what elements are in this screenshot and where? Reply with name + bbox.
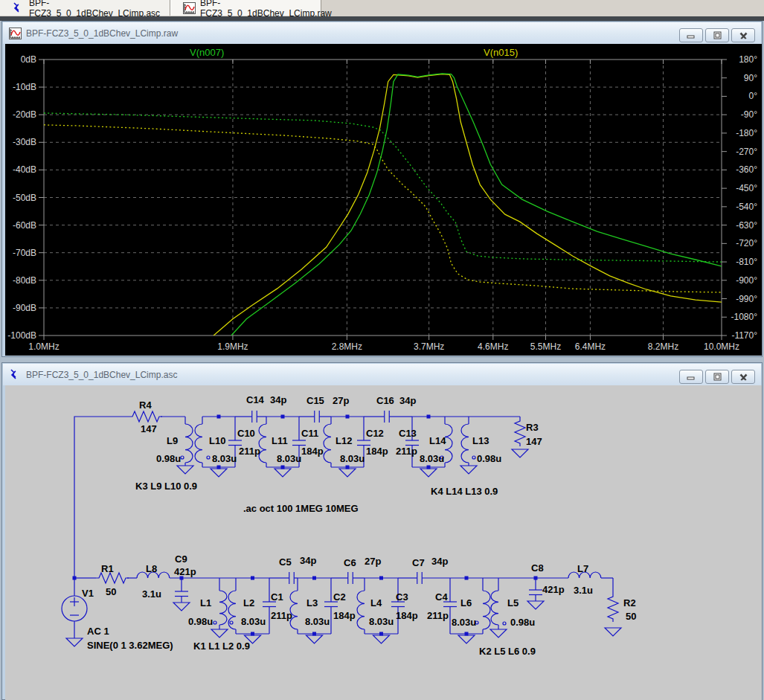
tab-label: BPF-FCZ3_5_0_1dBChev_LCimp.asc <box>29 0 164 19</box>
component-V1-value2: SINE(0 1 3.62MEG) <box>87 640 173 651</box>
ground-symbol <box>339 469 356 477</box>
resistor-symbol <box>129 411 162 422</box>
tab-schematic-asc[interactable]: BPF-FCZ3_5_0_1dBChev_LCimp.asc <box>0 0 170 16</box>
component-L5-value: 0.98u <box>510 617 535 628</box>
component-L2-value: 8.03u <box>241 616 266 627</box>
resistor-symbol <box>96 573 129 583</box>
waveform-plot-area[interactable]: 0dB-10dB-20dB-30dB-40dB-50dB-60dB-70dB-8… <box>5 44 762 356</box>
phase-dot <box>472 456 475 459</box>
junction-dot <box>217 415 221 419</box>
junction-dot <box>251 577 254 580</box>
traces <box>44 74 722 335</box>
component-L9-value: 0.98u <box>156 453 181 464</box>
ground-symbol <box>420 469 437 477</box>
component-C10-value: 211p <box>239 446 260 457</box>
component-C8-value: 421p <box>542 584 565 595</box>
x-tick-label: 5.5MHz <box>530 341 561 352</box>
close-icon <box>739 373 748 381</box>
y-left-tick-label: -40dB <box>13 164 36 175</box>
component-C15-value: 27p <box>333 395 349 406</box>
minimize-button[interactable] <box>679 370 703 384</box>
junction-dot <box>312 577 316 580</box>
y-left-tick-label: 0dB <box>21 54 36 65</box>
ground-symbol <box>275 469 291 477</box>
component-L10-label: L10 <box>209 435 225 446</box>
y-left-tick-label: -30dB <box>13 137 36 147</box>
schematic-window-titlebar[interactable]: BPF-FCZ3_5_0_1dBChev_LCimp.asc <box>3 364 761 385</box>
x-tick-label: 4.6MHz <box>478 341 508 352</box>
inductor-symbol <box>445 424 452 463</box>
ground-symbol <box>173 603 190 611</box>
minimize-button[interactable] <box>679 28 703 42</box>
restore-icon <box>713 373 722 381</box>
y-right-tick-label: -1080° <box>731 312 758 322</box>
y-right-tick-label: 0° <box>749 91 758 101</box>
component-L2-label: L2 <box>243 597 254 609</box>
component-C13-label: C13 <box>399 428 417 439</box>
y-left-tick-label: -80dB <box>13 275 36 286</box>
minimize-icon <box>687 373 696 380</box>
y-right-tick-label: -720° <box>736 238 757 248</box>
y-right-tick-label: -900° <box>736 275 757 286</box>
ground-symbol <box>373 635 390 643</box>
minimize-icon <box>687 32 696 39</box>
component-L10-value: 8.03u <box>212 453 237 464</box>
schematic-canvas[interactable]: R4147L90.98uL108.03uC10211pL118.03uC1118… <box>5 385 762 700</box>
phase-dot <box>214 621 216 624</box>
component-C11-label: C11 <box>301 428 318 439</box>
close-button[interactable] <box>731 370 755 384</box>
y-right-tick-label: -180° <box>736 128 757 138</box>
x-tick-label: 10.0MHz <box>704 341 739 352</box>
trace-legend: V(n007)V(n015) <box>190 47 518 58</box>
component-C3-value: 184p <box>396 610 418 621</box>
y-right-tick-label: -990° <box>736 294 757 304</box>
y-right-tick-label: 90° <box>744 73 757 83</box>
component-C15-label: C15 <box>306 395 324 406</box>
schematic-window: BPF-FCZ3_5_0_1dBChev_LCimp.asc R4147L90.… <box>1 362 763 700</box>
component-C9-value: 421p <box>174 566 196 577</box>
component-R2-value: 50 <box>626 611 636 622</box>
component-C6-label: C6 <box>344 557 356 568</box>
restore-button[interactable] <box>705 370 729 384</box>
inductor-symbol <box>324 424 331 463</box>
plot-grid <box>44 60 722 335</box>
y-left-tick-label: -100dB <box>7 330 36 341</box>
component-L12-label: L12 <box>336 435 352 446</box>
component-C2-value: 184p <box>333 610 356 621</box>
component-C3-label: C3 <box>396 591 408 603</box>
x-tick-label: 2.8MHz <box>332 341 362 352</box>
waveform-window: BPF-FCZ3_5_0_1dBChev_LCimp.raw 0dB-10dB-… <box>1 21 763 357</box>
restore-button[interactable] <box>705 28 729 42</box>
junction-dot <box>346 415 350 419</box>
trace-v-n007-phase <box>44 113 722 262</box>
window-title: BPF-FCZ3_5_0_1dBChev_LCimp.raw <box>26 28 178 39</box>
close-button[interactable] <box>731 28 755 42</box>
waveform-window-titlebar[interactable]: BPF-FCZ3_5_0_1dBChev_LCimp.raw <box>3 22 761 44</box>
restore-icon <box>713 31 722 39</box>
component-R3-value: 147 <box>526 436 542 447</box>
component-C16-label: C16 <box>376 395 394 406</box>
y-right-tick-label: -360° <box>736 164 757 175</box>
component-L13-label: L13 <box>472 435 489 446</box>
component-L14-label: L14 <box>429 435 446 446</box>
component-L3-label: L3 <box>306 597 318 609</box>
x-tick-label: 1.9MHz <box>217 341 248 352</box>
tab-waveform-raw[interactable]: BPF-FCZ3_5_0_1dBChev_LCimp.raw <box>170 0 321 16</box>
component-C14-label: C14 <box>246 394 265 405</box>
ground-symbol <box>460 466 477 474</box>
y-right-tick-label: -450° <box>736 183 757 193</box>
component-C13-value: 211p <box>396 446 417 457</box>
trace-label-vn007[interactable]: V(n007) <box>190 47 224 58</box>
resistor-symbol <box>608 594 618 622</box>
trace-label-vn015[interactable]: V(n015) <box>484 47 518 58</box>
component-R2-label: R2 <box>623 597 636 609</box>
plot-axis-labels: 0dB-10dB-20dB-30dB-40dB-50dB-60dB-70dB-8… <box>7 54 757 352</box>
ground-symbol <box>490 629 507 638</box>
junction-dot <box>281 415 285 419</box>
y-left-tick-label: -50dB <box>13 193 36 203</box>
inductor-symbol <box>219 591 227 625</box>
component-L6-value: 8.03u <box>452 617 476 628</box>
component-C14-value: 34p <box>270 394 286 405</box>
phase-dot <box>207 456 210 459</box>
component-L6-label: L6 <box>460 597 472 609</box>
